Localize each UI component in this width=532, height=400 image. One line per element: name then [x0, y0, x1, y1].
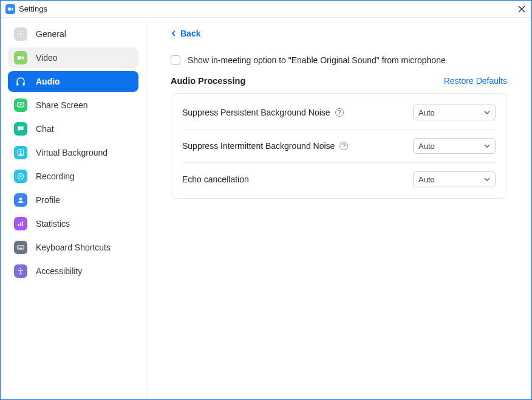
original-sound-label: Show in-meeting option to "Enable Origin…: [188, 55, 446, 65]
select-echo-cancellation[interactable]: Auto: [413, 171, 496, 187]
headphones-icon: [14, 75, 27, 88]
accessibility-icon: [14, 264, 27, 278]
app-icon: [5, 4, 15, 14]
svg-point-16: [20, 247, 21, 247]
video-icon: [14, 51, 27, 64]
sidebar-item-chat[interactable]: Chat: [8, 119, 138, 139]
sidebar-item-label: General: [36, 29, 66, 39]
chevron-down-icon: [484, 143, 490, 149]
select-suppress-persistent[interactable]: Auto: [413, 105, 496, 120]
titlebar: Settings: [1, 1, 531, 18]
row-label: Echo cancellation: [182, 174, 249, 184]
sidebar-item-label: Virtual Background: [36, 148, 107, 157]
sidebar-item-label: Share Screen: [36, 100, 88, 110]
keyboard-icon: [14, 241, 27, 254]
help-icon[interactable]: ?: [339, 142, 348, 150]
content-area: Back Show in-meeting option to "Enable O…: [146, 18, 531, 399]
sidebar-item-keyboard-shortcuts[interactable]: Keyboard Shortcuts: [8, 237, 138, 258]
sidebar-item-recording[interactable]: Recording: [8, 166, 138, 187]
select-value: Auto: [418, 142, 435, 151]
sidebar-item-label: Recording: [36, 171, 75, 181]
svg-point-19: [20, 268, 21, 269]
back-label: Back: [180, 29, 200, 38]
svg-point-1: [19, 33, 22, 35]
row-echo-cancellation: Echo cancellation Auto: [182, 163, 496, 196]
sidebar-item-statistics[interactable]: Statistics: [8, 213, 138, 234]
svg-point-7: [20, 151, 22, 153]
sidebar-item-label: Chat: [36, 124, 54, 134]
sidebar-item-general[interactable]: General: [8, 24, 138, 44]
svg-rect-2: [18, 56, 21, 60]
svg-rect-3: [16, 83, 18, 86]
chat-icon: [14, 122, 27, 136]
svg-rect-0: [8, 7, 11, 10]
original-sound-checkbox[interactable]: [171, 55, 180, 65]
select-value: Auto: [418, 175, 435, 184]
sidebar-item-label: Keyboard Shortcuts: [36, 243, 111, 252]
window-title: Settings: [19, 4, 47, 13]
back-button[interactable]: Back: [171, 29, 507, 38]
sidebar-item-label: Audio: [36, 77, 60, 86]
svg-point-17: [21, 247, 22, 247]
sidebar-item-profile[interactable]: Profile: [8, 190, 138, 210]
profile-icon: [14, 193, 27, 207]
share-screen-icon: [14, 98, 27, 112]
chevron-down-icon: [484, 176, 490, 182]
row-suppress-intermittent: Suppress Intermittent Background Noise ?…: [182, 129, 496, 163]
svg-rect-13: [22, 221, 23, 226]
row-label: Suppress Intermittent Background Noise: [182, 141, 335, 151]
section-header: Audio Processing Restore Defaults: [171, 76, 507, 86]
sidebar-item-label: Statistics: [36, 219, 70, 229]
statistics-icon: [14, 217, 27, 230]
chevron-left-icon: [171, 30, 177, 36]
select-suppress-intermittent[interactable]: Auto: [413, 138, 496, 154]
svg-point-15: [19, 247, 19, 247]
gear-icon: [14, 27, 27, 41]
row-label: Suppress Persistent Background Noise: [182, 108, 330, 117]
audio-processing-card: Suppress Persistent Background Noise ? A…: [171, 93, 507, 199]
svg-rect-14: [18, 246, 24, 249]
settings-window: Settings General Video: [0, 0, 532, 400]
recording-icon: [14, 170, 27, 183]
row-suppress-persistent: Suppress Persistent Background Noise ? A…: [182, 96, 496, 129]
sidebar-item-accessibility[interactable]: Accessibility: [8, 261, 138, 281]
section-title: Audio Processing: [171, 76, 245, 86]
sidebar-item-video[interactable]: Video: [8, 47, 138, 68]
help-icon[interactable]: ?: [335, 108, 344, 117]
close-button[interactable]: [516, 3, 528, 15]
sidebar-item-label: Video: [36, 53, 58, 63]
chevron-down-icon: [484, 109, 490, 116]
svg-rect-18: [19, 248, 22, 249]
virtual-bg-icon: [14, 146, 27, 159]
sidebar-item-label: Profile: [36, 195, 60, 205]
restore-defaults-link[interactable]: Restore Defaults: [444, 76, 507, 86]
svg-point-10: [19, 198, 22, 201]
sidebar-item-virtual-background[interactable]: Virtual Background: [8, 142, 138, 163]
svg-point-9: [19, 175, 22, 178]
svg-rect-12: [20, 222, 21, 226]
body: General Video Audio Share Screen: [1, 18, 531, 399]
svg-rect-4: [23, 83, 25, 86]
sidebar-item-audio[interactable]: Audio: [8, 71, 138, 92]
svg-rect-11: [18, 224, 19, 226]
original-sound-row: Show in-meeting option to "Enable Origin…: [171, 55, 507, 65]
sidebar-item-share-screen[interactable]: Share Screen: [8, 95, 138, 116]
sidebar-item-label: Accessibility: [36, 266, 82, 276]
sidebar: General Video Audio Share Screen: [1, 18, 146, 399]
select-value: Auto: [418, 108, 435, 117]
